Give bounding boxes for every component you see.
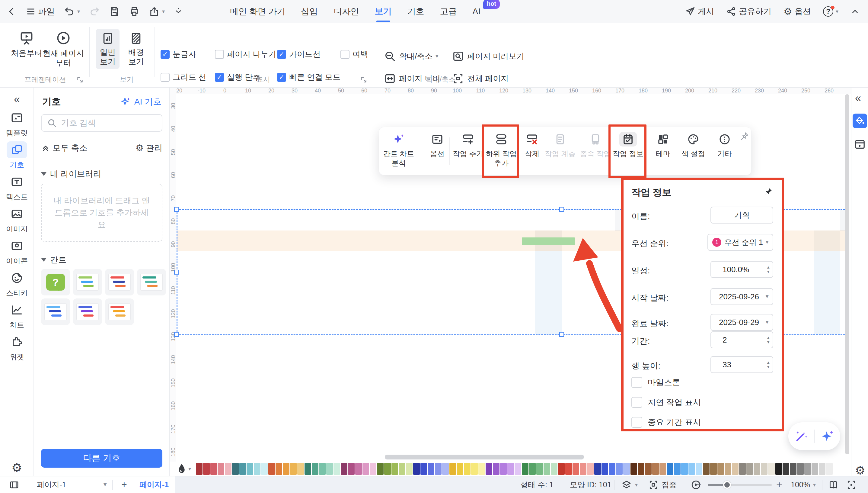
- color-swatch[interactable]: [239, 463, 246, 475]
- zoom-slider-thumb[interactable]: [723, 481, 731, 489]
- color-swatch[interactable]: [276, 463, 282, 475]
- delayed-task-checkbox[interactable]: 지연 작업 표시: [632, 397, 701, 408]
- color-swatch[interactable]: [783, 463, 789, 475]
- manage-button[interactable]: ⚙ 관리: [136, 143, 162, 153]
- selection-handle[interactable]: [174, 332, 179, 337]
- add-page-button[interactable]: +: [121, 476, 127, 493]
- fill-color-icon[interactable]: ▾: [176, 463, 191, 475]
- presentation-launcher-icon[interactable]: [76, 76, 84, 84]
- focus-button[interactable]: 집중: [648, 476, 677, 493]
- color-swatch[interactable]: [812, 463, 818, 475]
- color-swatch[interactable]: [312, 463, 318, 475]
- start-date-select[interactable]: 2025-09-26 ▼: [710, 288, 773, 305]
- critical-period-checkbox[interactable]: 중요 기간 표시: [632, 417, 701, 428]
- color-swatch[interactable]: [573, 463, 579, 475]
- overview-map-icon[interactable]: [828, 476, 839, 493]
- pages-panel-icon[interactable]: [854, 138, 866, 150]
- color-swatch[interactable]: [790, 463, 797, 475]
- color-swatch[interactable]: [457, 463, 463, 475]
- check-ruler[interactable]: ✓눈금자: [161, 49, 196, 60]
- menu-ai[interactable]: AI hot: [473, 7, 480, 16]
- horizontal-scrollbar[interactable]: [385, 455, 584, 459]
- undo-button[interactable]: ▾: [64, 6, 80, 17]
- color-swatch[interactable]: [623, 463, 630, 475]
- check-action-button[interactable]: ✓실행 단추: [215, 72, 260, 83]
- sidebar-item-stickers[interactable]: 스티커: [0, 270, 34, 298]
- color-swatch[interactable]: [428, 463, 434, 475]
- page-preview-button[interactable]: 페이지 미리보기: [452, 50, 524, 62]
- sidebar-item-symbols[interactable]: 기호: [0, 142, 34, 170]
- color-swatch[interactable]: [507, 463, 514, 475]
- gantt-task-bar[interactable]: [522, 237, 575, 245]
- pin-toolbar-icon[interactable]: [740, 131, 749, 141]
- ai-sparkle-icon[interactable]: [820, 429, 835, 444]
- check-guidelines[interactable]: ✓가이드선: [277, 49, 321, 60]
- color-swatch[interactable]: [826, 463, 833, 475]
- collapse-panel-icon[interactable]: «: [0, 93, 34, 106]
- color-swatch[interactable]: [725, 463, 731, 475]
- full-page-button[interactable]: 전체 페이지: [452, 72, 508, 85]
- symbol-thumb-gantt[interactable]: [137, 269, 166, 296]
- color-swatch[interactable]: [254, 463, 260, 475]
- color-swatch[interactable]: [464, 463, 471, 475]
- menu-symbol[interactable]: 기호: [407, 6, 424, 17]
- color-swatch[interactable]: [761, 463, 768, 475]
- magic-wand-icon[interactable]: [794, 429, 808, 444]
- color-swatch[interactable]: [341, 463, 347, 475]
- color-swatch[interactable]: [355, 463, 362, 475]
- color-swatch[interactable]: [232, 463, 239, 475]
- color-swatch[interactable]: [544, 463, 550, 475]
- color-swatch[interactable]: [196, 463, 203, 475]
- color-swatch[interactable]: [348, 463, 355, 475]
- more-options-button[interactable]: 기타: [705, 132, 744, 158]
- symbol-thumb-gantt[interactable]: [105, 298, 134, 325]
- color-swatch[interactable]: [442, 463, 449, 475]
- symbol-thumb-help[interactable]: ?: [41, 269, 70, 296]
- file-menu[interactable]: 파일: [26, 6, 55, 17]
- sidebar-item-widgets[interactable]: 위젯: [0, 334, 34, 362]
- selection-handle[interactable]: [174, 207, 179, 212]
- menu-main-screen[interactable]: 메인 화면 가기: [230, 6, 285, 17]
- stepper-icon[interactable]: ▲▼: [766, 265, 770, 274]
- color-swatch[interactable]: [587, 463, 594, 475]
- color-swatch[interactable]: [391, 463, 398, 475]
- zoom-dropdown-button[interactable]: 확대/축소▾: [384, 50, 438, 62]
- row-height-input[interactable]: 33 ▲▼: [710, 356, 773, 373]
- color-swatch[interactable]: [203, 463, 210, 475]
- name-input[interactable]: 기획: [710, 207, 773, 223]
- color-swatch[interactable]: [775, 463, 782, 475]
- color-swatch[interactable]: [297, 463, 304, 475]
- color-swatch[interactable]: [717, 463, 724, 475]
- color-swatch[interactable]: [616, 463, 623, 475]
- selection-handle[interactable]: [174, 270, 179, 275]
- color-swatch[interactable]: [681, 463, 688, 475]
- color-swatch[interactable]: [732, 463, 738, 475]
- color-swatch[interactable]: [667, 463, 673, 475]
- color-swatch[interactable]: [420, 463, 427, 475]
- check-margin[interactable]: 여백: [340, 49, 368, 60]
- color-swatch[interactable]: [218, 463, 224, 475]
- color-swatch[interactable]: [688, 463, 695, 475]
- color-swatch[interactable]: [594, 463, 601, 475]
- color-swatch[interactable]: [703, 463, 710, 475]
- color-swatch[interactable]: [710, 463, 717, 475]
- color-swatch[interactable]: [631, 463, 637, 475]
- ai-symbols-link[interactable]: AI 기호: [120, 96, 161, 108]
- fullscreen-icon[interactable]: [846, 476, 856, 493]
- color-swatch[interactable]: [450, 463, 456, 475]
- color-swatch[interactable]: [696, 463, 702, 475]
- zoom-level[interactable]: 100% ▾: [791, 476, 816, 493]
- color-swatch[interactable]: [471, 463, 478, 475]
- color-swatch[interactable]: [674, 463, 681, 475]
- color-swatch[interactable]: [645, 463, 652, 475]
- gantt-analyze-button[interactable]: 간트 차트 분석: [379, 132, 418, 168]
- sidebar-item-images[interactable]: 이미지: [0, 206, 34, 234]
- menu-design[interactable]: 디자인: [334, 6, 359, 17]
- settings-gear-icon[interactable]: ⚙: [0, 462, 34, 474]
- export-button[interactable]: ▾: [149, 6, 165, 17]
- check-grid-lines[interactable]: 그리드 선: [161, 72, 206, 83]
- color-swatch[interactable]: [754, 463, 760, 475]
- color-swatch[interactable]: [638, 463, 644, 475]
- color-swatch[interactable]: [500, 463, 507, 475]
- symbol-thumb-gantt[interactable]: [73, 269, 102, 296]
